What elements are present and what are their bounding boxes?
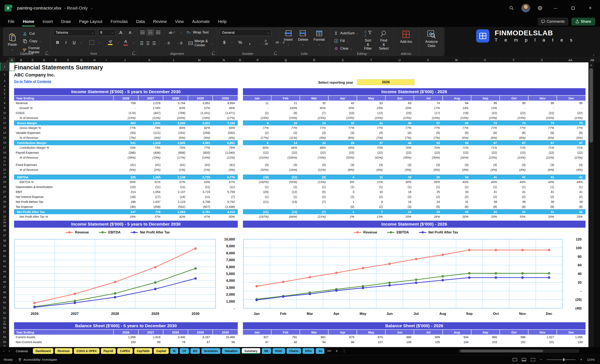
table-column-header[interactable]: Jun xyxy=(386,96,414,100)
value-cell[interactable]: 1,056 xyxy=(114,336,139,339)
value-cell[interactable]: 78 xyxy=(163,340,188,344)
value-cell[interactable]: 30% xyxy=(386,180,414,184)
value-cell[interactable]: (11) xyxy=(163,185,188,189)
column-header-E[interactable]: E xyxy=(50,58,62,63)
underline-button[interactable]: U xyxy=(71,40,77,45)
value-cell[interactable]: 104 xyxy=(443,340,471,344)
value-cell[interactable]: 77% xyxy=(328,126,357,129)
row-header-6[interactable]: 6 xyxy=(0,92,9,96)
increase-decimal-button[interactable]: ←.0.00 xyxy=(260,39,270,46)
value-cell[interactable]: - xyxy=(114,106,139,110)
value-cell[interactable]: 107 xyxy=(357,340,386,344)
row-header-40[interactable]: 40 xyxy=(0,248,9,254)
value-cell[interactable]: 13% xyxy=(471,106,500,110)
table-column-header[interactable]: 2028 xyxy=(163,96,188,100)
value-cell[interactable]: 52 xyxy=(414,141,443,145)
value-cell[interactable]: (1) xyxy=(243,195,272,199)
value-cell[interactable]: (23%) xyxy=(500,156,528,159)
row-header-10[interactable]: 10 xyxy=(0,110,9,116)
value-cell[interactable]: 77% xyxy=(500,126,528,129)
ribbon-tab-formulas[interactable]: Formulas xyxy=(106,18,132,26)
value-cell[interactable]: (22) xyxy=(471,111,500,115)
value-cell[interactable]: 106 xyxy=(386,340,414,344)
value-cell[interactable]: 10,468 xyxy=(213,336,238,339)
user-avatar[interactable] xyxy=(521,4,530,12)
row-header-30[interactable]: 30 xyxy=(0,204,9,209)
table-column-header[interactable]: 2029 xyxy=(188,96,213,100)
row-header-35[interactable]: 35 xyxy=(0,224,9,228)
value-cell[interactable]: 33% xyxy=(528,215,557,218)
value-cell[interactable]: 71% xyxy=(557,146,586,149)
table-column-header[interactable]: Year Ending xyxy=(14,330,114,335)
table-column-header[interactable]: Feb xyxy=(272,330,300,335)
value-cell[interactable]: (3) xyxy=(386,205,414,209)
value-cell[interactable]: 37% xyxy=(139,215,163,218)
row-label-cell[interactable]: Net Profit After Tax % xyxy=(14,215,114,218)
value-cell[interactable]: 67 xyxy=(188,340,213,344)
table-column-header[interactable]: Mar xyxy=(300,96,328,100)
row-header-53[interactable]: 53 xyxy=(0,315,9,321)
table-column-header[interactable]: Sep xyxy=(471,96,500,100)
font-dialog-launcher[interactable] xyxy=(132,52,135,55)
value-cell[interactable]: (23%) xyxy=(357,116,386,120)
row-header-56[interactable]: 56 xyxy=(0,326,9,330)
value-cell[interactable]: 33 xyxy=(443,190,471,194)
value-cell[interactable]: 4,591 xyxy=(188,141,213,145)
value-cell[interactable]: 24 xyxy=(414,200,443,203)
column-header-N[interactable]: N xyxy=(211,58,236,63)
value-cell[interactable]: 25% xyxy=(357,106,386,110)
value-cell[interactable]: (404) xyxy=(139,151,163,154)
value-cell[interactable]: 13 xyxy=(386,210,414,214)
value-cell[interactable]: 73 xyxy=(528,121,557,125)
value-cell[interactable]: 47% xyxy=(188,215,213,218)
vertical-scroll-thumb[interactable] xyxy=(589,68,593,143)
value-cell[interactable]: 37 xyxy=(357,141,386,145)
row-header-34[interactable]: 34 xyxy=(0,221,9,224)
value-cell[interactable]: (759) xyxy=(163,111,188,115)
row-label-cell[interactable]: Contribution Margin % xyxy=(14,146,114,149)
value-cell[interactable]: (22) xyxy=(386,151,414,154)
row-header-19[interactable]: 19 xyxy=(0,155,9,160)
value-cell[interactable]: (11%) xyxy=(300,168,328,172)
align-middle-icon[interactable] xyxy=(148,31,153,34)
row-header-12[interactable]: 12 xyxy=(0,120,9,125)
close-button[interactable]: ✕ xyxy=(585,3,596,13)
column-header-K[interactable]: K xyxy=(139,58,161,63)
value-cell[interactable]: 63% xyxy=(188,180,213,184)
column-header-T[interactable]: T xyxy=(357,58,385,63)
format-cells-button[interactable]: Format⌄ xyxy=(312,29,327,47)
sheet-tab-summary[interactable]: Summary xyxy=(242,348,260,354)
table-column-header[interactable]: Sep xyxy=(471,330,500,335)
table-column-header[interactable]: Jun xyxy=(386,330,414,335)
value-cell[interactable]: (2) xyxy=(386,195,414,199)
value-cell[interactable]: 20% xyxy=(386,106,414,110)
value-cell[interactable]: 103 xyxy=(471,340,500,344)
decrease-indent-icon[interactable]: ←☰ xyxy=(162,41,172,45)
row-label-cell[interactable]: Gross Margin xyxy=(14,121,114,125)
value-cell[interactable]: 10 xyxy=(357,190,386,194)
row-header-58[interactable]: 58 xyxy=(0,335,9,340)
value-cell[interactable]: 531 xyxy=(114,141,139,145)
row-header-25[interactable]: 25 xyxy=(0,180,9,184)
value-cell[interactable]: (17%) xyxy=(213,116,238,120)
value-cell[interactable]: 31 xyxy=(500,210,528,214)
collapse-ribbon-icon[interactable]: ⌄ xyxy=(592,52,595,56)
value-cell[interactable]: (22) xyxy=(528,111,557,115)
value-cell[interactable]: (12) xyxy=(272,175,300,179)
sheet-tab-valuation[interactable]: Valuation xyxy=(222,348,240,354)
value-cell[interactable]: (4%) xyxy=(471,168,500,172)
value-cell[interactable]: 1,054 xyxy=(139,190,163,194)
row-header-37[interactable]: 37 xyxy=(0,233,9,238)
value-cell[interactable]: (6%) xyxy=(471,136,500,139)
value-cell[interactable]: (23%) xyxy=(443,116,471,120)
row-header-55[interactable]: 55 xyxy=(0,322,9,326)
value-cell[interactable]: 3,035 xyxy=(163,121,188,125)
value-cell[interactable]: 69% xyxy=(328,146,357,149)
clear-button[interactable]: Clear⌄ xyxy=(333,46,359,52)
value-cell[interactable]: (2%) xyxy=(139,168,163,172)
value-cell[interactable]: 102 xyxy=(500,340,528,344)
value-cell[interactable]: 63 xyxy=(386,101,414,105)
addins-button[interactable]: Add-ins xyxy=(398,29,414,45)
value-cell[interactable]: 39 xyxy=(557,200,586,203)
value-cell[interactable]: 7,183 xyxy=(213,121,238,125)
